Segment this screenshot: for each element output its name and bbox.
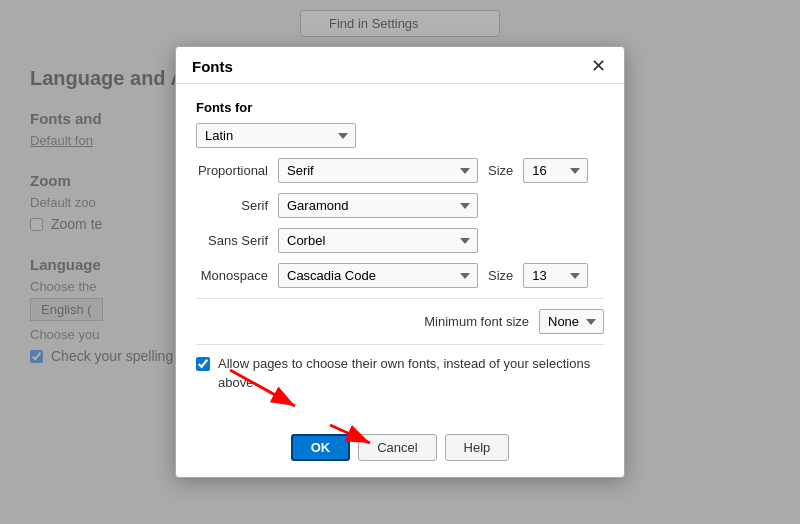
sans-serif-select[interactable]: Corbel Arial Calibri — [278, 228, 478, 253]
proportional-select[interactable]: Serif Sans-Serif — [278, 158, 478, 183]
divider2 — [196, 344, 604, 345]
proportional-size-label: Size — [488, 163, 513, 178]
sans-serif-label: Sans Serif — [196, 233, 268, 248]
serif-select[interactable]: Garamond Times New Roman Georgia — [278, 193, 478, 218]
ok-button[interactable]: OK — [291, 434, 351, 461]
monospace-size-select[interactable]: 13 10 12 14 — [523, 263, 588, 288]
allow-pages-checkbox[interactable] — [196, 357, 210, 371]
modal-overlay: Fonts ✕ Fonts for Latin Greek Cyrillic J… — [0, 0, 800, 524]
serif-label: Serif — [196, 198, 268, 213]
fonts-for-row: Latin Greek Cyrillic Japanese Chinese — [196, 123, 604, 148]
monospace-row: Monospace Cascadia Code Courier New Cons… — [196, 263, 604, 288]
fonts-for-select[interactable]: Latin Greek Cyrillic Japanese Chinese — [196, 123, 356, 148]
proportional-label: Proportional — [196, 163, 268, 178]
allow-pages-label: Allow pages to choose their own fonts, i… — [218, 355, 604, 391]
min-font-select[interactable]: None 9 10 12 — [539, 309, 604, 334]
min-font-label: Minimum font size — [424, 314, 529, 329]
fonts-for-label: Fonts for — [196, 100, 604, 115]
divider — [196, 298, 604, 299]
allow-pages-row: Allow pages to choose their own fonts, i… — [196, 355, 604, 391]
monospace-size-label: Size — [488, 268, 513, 283]
sans-serif-row: Sans Serif Corbel Arial Calibri — [196, 228, 604, 253]
dialog-body: Fonts for Latin Greek Cyrillic Japanese … — [176, 84, 624, 423]
dialog-footer: OK Cancel Help — [176, 424, 624, 477]
monospace-label: Monospace — [196, 268, 268, 283]
proportional-row: Proportional Serif Sans-Serif Size 16 12… — [196, 158, 604, 183]
serif-row: Serif Garamond Times New Roman Georgia — [196, 193, 604, 218]
help-button[interactable]: Help — [445, 434, 510, 461]
min-font-row: Minimum font size None 9 10 12 — [196, 309, 604, 334]
cancel-button[interactable]: Cancel — [358, 434, 436, 461]
dialog-title: Fonts — [192, 58, 233, 75]
dialog-close-button[interactable]: ✕ — [589, 57, 608, 75]
monospace-select[interactable]: Cascadia Code Courier New Consolas — [278, 263, 478, 288]
dialog-titlebar: Fonts ✕ — [176, 47, 624, 84]
proportional-size-select[interactable]: 16 12 14 18 — [523, 158, 588, 183]
fonts-dialog: Fonts ✕ Fonts for Latin Greek Cyrillic J… — [175, 46, 625, 477]
